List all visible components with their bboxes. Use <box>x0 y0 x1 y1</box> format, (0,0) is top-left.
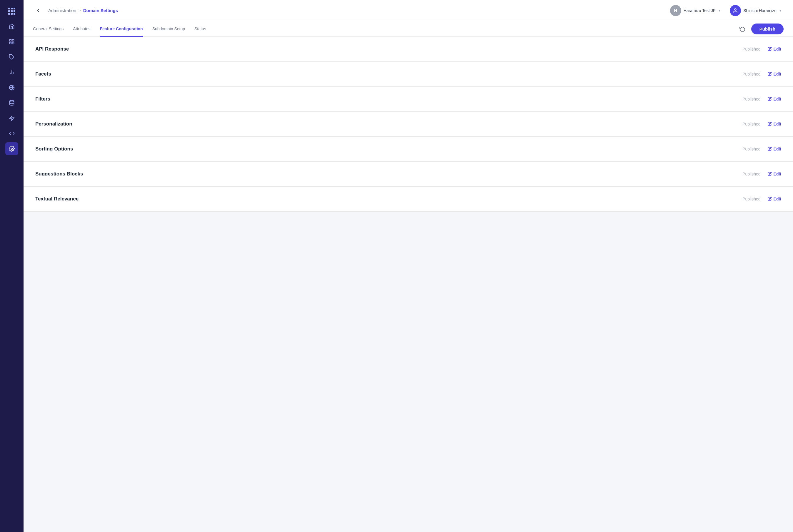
sidebar-layout-icon[interactable] <box>5 35 18 48</box>
user1-chevron-icon: ▾ <box>719 8 720 13</box>
user2-avatar <box>730 5 741 16</box>
feature-status-personalization: Published <box>742 122 761 127</box>
sidebar-globe-icon[interactable] <box>5 81 18 94</box>
breadcrumb: Administration > Domain Settings <box>48 8 118 13</box>
tab-feature-configuration[interactable]: Feature Configuration <box>100 21 143 37</box>
edit-button-personalization[interactable]: Edit <box>768 122 781 127</box>
user1-name: Haramizu Test JP <box>684 8 716 13</box>
feature-name-facets: Facets <box>35 71 742 77</box>
breadcrumb-separator: > <box>78 8 81 13</box>
svg-rect-3 <box>10 42 12 44</box>
feature-name-textual-relevance: Textual Relevance <box>35 196 742 202</box>
tab-general-settings[interactable]: General Settings <box>33 21 63 37</box>
tabs-bar: General Settings Attributes Feature Conf… <box>23 21 793 37</box>
sidebar-database-icon[interactable] <box>5 96 18 109</box>
user2-chevron-icon: ▾ <box>779 8 781 13</box>
feature-status-sorting-options: Published <box>742 147 761 151</box>
feature-name-sorting-options: Sorting Options <box>35 146 742 152</box>
feature-name-api-response: API Response <box>35 46 742 52</box>
tab-status[interactable]: Status <box>195 21 206 37</box>
edit-pencil-icon <box>768 97 772 102</box>
svg-rect-1 <box>12 40 14 41</box>
edit-pencil-icon <box>768 172 772 177</box>
feature-row-sorting-options: Sorting Options Published Edit <box>23 137 793 162</box>
sidebar-chart-icon[interactable] <box>5 66 18 79</box>
edit-button-api-response[interactable]: Edit <box>768 47 781 52</box>
edit-pencil-icon <box>768 147 772 152</box>
grid-nav-icon[interactable] <box>5 5 18 18</box>
feature-row-facets: Facets Published Edit <box>23 62 793 87</box>
sidebar <box>0 0 23 532</box>
feature-status-api-response: Published <box>742 47 761 52</box>
svg-rect-0 <box>10 40 12 41</box>
user2-pill[interactable]: Shinichi Haramizu ▾ <box>727 4 783 17</box>
tabs-actions: Publish <box>737 23 783 34</box>
feature-status-filters: Published <box>742 97 761 101</box>
feature-row-filters: Filters Published Edit <box>23 87 793 112</box>
feature-row-suggestions-blocks: Suggestions Blocks Published Edit <box>23 162 793 187</box>
main-area: Administration > Domain Settings H Haram… <box>23 0 793 532</box>
back-button[interactable] <box>33 5 43 16</box>
history-button[interactable] <box>737 23 748 34</box>
breadcrumb-admin: Administration <box>48 8 76 13</box>
edit-button-suggestions-blocks[interactable]: Edit <box>768 172 781 177</box>
tab-attributes[interactable]: Attributes <box>73 21 90 37</box>
user2-name: Shinichi Haramizu <box>743 8 776 13</box>
feature-name-suggestions-blocks: Suggestions Blocks <box>35 171 742 177</box>
feature-status-textual-relevance: Published <box>742 197 761 201</box>
edit-pencil-icon <box>768 72 772 77</box>
user1-pill[interactable]: H Haramizu Test JP ▾ <box>668 4 723 17</box>
edit-button-sorting-options[interactable]: Edit <box>768 147 781 152</box>
feature-name-filters: Filters <box>35 96 742 102</box>
feature-list: API Response Published Edit Facets Publi… <box>23 37 793 532</box>
svg-point-12 <box>11 148 13 150</box>
svg-marker-11 <box>10 116 14 121</box>
publish-button[interactable]: Publish <box>751 23 783 34</box>
edit-pencil-icon <box>768 197 772 202</box>
sidebar-puzzle-icon[interactable] <box>5 51 18 63</box>
edit-button-textual-relevance[interactable]: Edit <box>768 197 781 202</box>
edit-pencil-icon <box>768 47 772 52</box>
svg-point-10 <box>10 100 14 102</box>
edit-pencil-icon <box>768 122 772 127</box>
topbar-right: H Haramizu Test JP ▾ Shinichi Haramizu ▾ <box>668 4 783 17</box>
svg-rect-2 <box>12 42 14 44</box>
feature-status-facets: Published <box>742 72 761 76</box>
sidebar-code-icon[interactable] <box>5 127 18 140</box>
feature-row-personalization: Personalization Published Edit <box>23 112 793 137</box>
breadcrumb-current: Domain Settings <box>83 8 118 13</box>
edit-button-filters[interactable]: Edit <box>768 97 781 102</box>
feature-status-suggestions-blocks: Published <box>742 172 761 176</box>
user1-avatar: H <box>670 5 681 16</box>
sidebar-home-icon[interactable] <box>5 20 18 33</box>
tab-subdomain-setup[interactable]: Subdomain Setup <box>152 21 185 37</box>
feature-name-personalization: Personalization <box>35 121 742 127</box>
topbar: Administration > Domain Settings H Haram… <box>23 0 793 21</box>
sidebar-plugin-icon[interactable] <box>5 112 18 125</box>
feature-row-api-response: API Response Published Edit <box>23 37 793 62</box>
feature-row-textual-relevance: Textual Relevance Published Edit <box>23 187 793 212</box>
svg-point-13 <box>735 8 736 10</box>
sidebar-settings-icon[interactable] <box>5 142 18 155</box>
edit-button-facets[interactable]: Edit <box>768 72 781 77</box>
